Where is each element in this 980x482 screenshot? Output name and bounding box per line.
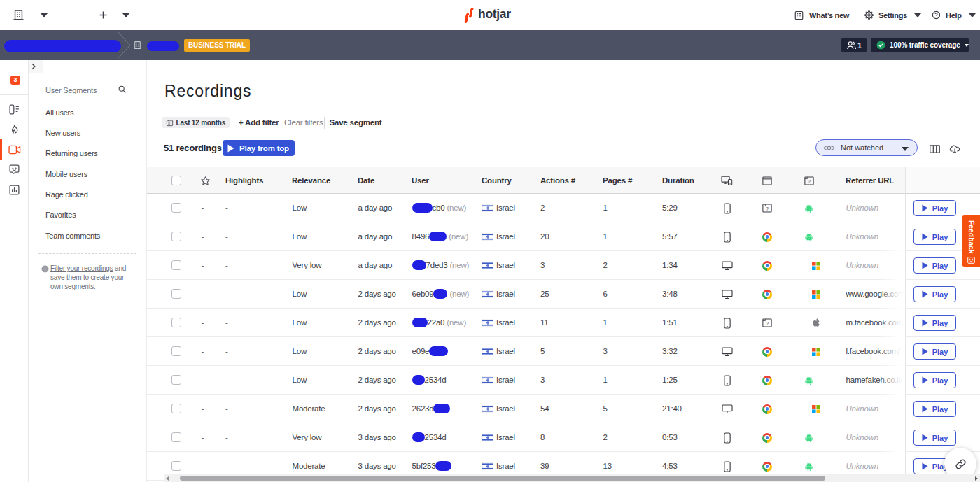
svg-text:?: ? bbox=[808, 179, 811, 184]
svg-text:?: ? bbox=[766, 206, 769, 211]
svg-text:?: ? bbox=[766, 321, 769, 326]
